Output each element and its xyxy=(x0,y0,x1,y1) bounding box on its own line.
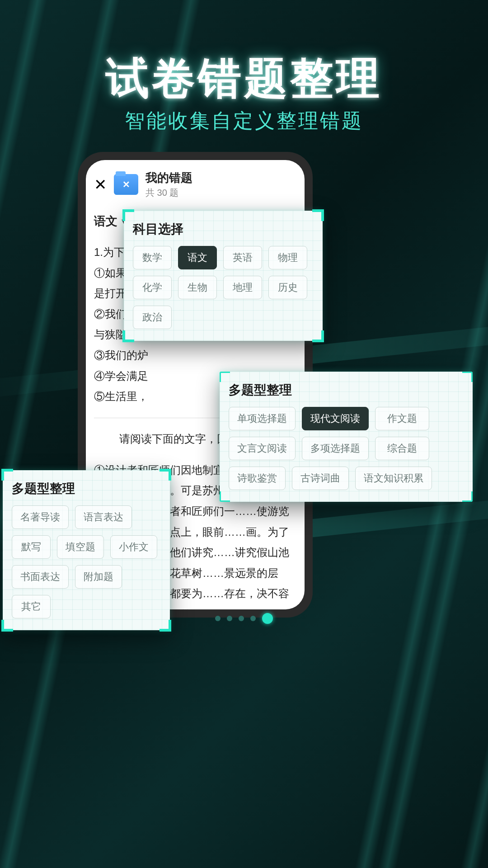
chip-多项选择题[interactable]: 多项选择题 xyxy=(302,437,369,460)
chip-英语[interactable]: 英语 xyxy=(223,246,262,269)
page-dot-1[interactable] xyxy=(227,616,232,621)
chip-化学[interactable]: 化学 xyxy=(133,276,172,299)
hero-subtitle: 智能收集自定义整理错题 xyxy=(0,108,488,134)
chip-语文[interactable]: 语文 xyxy=(178,246,217,269)
chip-古诗词曲[interactable]: 古诗词曲 xyxy=(292,467,349,490)
folder-icon: ✕ xyxy=(114,174,138,195)
chip-文言文阅读[interactable]: 文言文阅读 xyxy=(229,437,296,460)
hero-title: 试卷错题整理 xyxy=(0,50,488,108)
chip-名著导读[interactable]: 名著导读 xyxy=(12,505,69,529)
chip-地理[interactable]: 地理 xyxy=(223,276,262,299)
chip-历史[interactable]: 历史 xyxy=(268,276,307,299)
subject-dropdown-label: 语文 xyxy=(94,213,117,229)
folder-count: 共 30 题 xyxy=(145,187,192,199)
chip-诗歌鉴赏[interactable]: 诗歌鉴赏 xyxy=(229,467,286,490)
question-type-title-right: 多题型整理 xyxy=(229,382,464,399)
chip-书面表达[interactable]: 书面表达 xyxy=(12,565,69,589)
chip-单项选择题[interactable]: 单项选择题 xyxy=(229,407,296,430)
chip-小作文[interactable]: 小作文 xyxy=(110,535,157,559)
close-icon[interactable]: ✕ xyxy=(94,177,107,192)
question-type-panel-right: 多题型整理 单项选择题现代文阅读作文题文言文阅读多项选择题综合题诗歌鉴赏古诗词曲… xyxy=(220,372,473,502)
chip-生物[interactable]: 生物 xyxy=(178,276,217,299)
page-dot-3[interactable] xyxy=(250,616,256,621)
question-type-panel-left: 多题型整理 名著导读语言表达默写填空题小作文书面表达附加题其它 xyxy=(3,470,170,630)
page-dot-2[interactable] xyxy=(239,616,244,621)
subject-picker-title: 科目选择 xyxy=(133,221,314,238)
question-type-title-left: 多题型整理 xyxy=(12,480,161,497)
chip-语文知识积累[interactable]: 语文知识积累 xyxy=(355,467,432,490)
page-dot-4[interactable] xyxy=(262,613,273,624)
pagination-dots xyxy=(0,616,488,624)
chip-作文题[interactable]: 作文题 xyxy=(375,407,429,430)
chip-语言表达[interactable]: 语言表达 xyxy=(75,505,132,529)
subject-picker-panel: 科目选择 数学语文英语物理化学生物地理历史政治 xyxy=(124,211,323,341)
chip-现代文阅读[interactable]: 现代文阅读 xyxy=(302,407,369,430)
chip-其它[interactable]: 其它 xyxy=(12,595,51,618)
chip-填空题[interactable]: 填空题 xyxy=(57,535,104,559)
chip-物理[interactable]: 物理 xyxy=(268,246,307,269)
page-dot-0[interactable] xyxy=(215,616,221,621)
folder-title: 我的错题 xyxy=(145,170,192,186)
chip-综合题[interactable]: 综合题 xyxy=(375,437,429,460)
chip-数学[interactable]: 数学 xyxy=(133,246,172,269)
chip-政治[interactable]: 政治 xyxy=(133,306,172,329)
chip-默写[interactable]: 默写 xyxy=(12,535,51,559)
chip-附加题[interactable]: 附加题 xyxy=(75,565,122,589)
